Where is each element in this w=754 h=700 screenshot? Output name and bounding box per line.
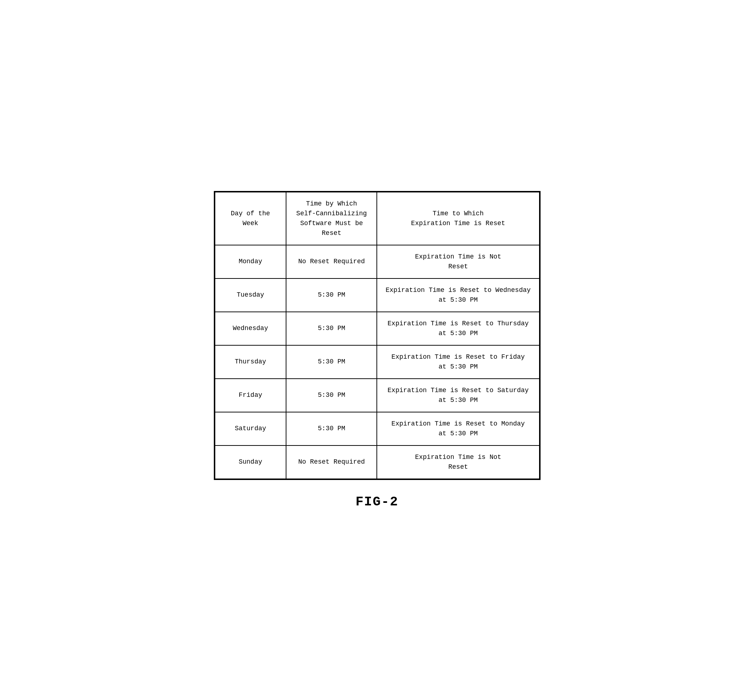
table-row: Thursday5:30 PMExpiration Time is Reset …	[215, 345, 539, 379]
cell-reset-time: No Reset Required	[286, 445, 377, 479]
cell-day: Tuesday	[215, 278, 286, 312]
table-row: Wednesday5:30 PMExpiration Time is Reset…	[215, 312, 539, 345]
cell-day: Thursday	[215, 345, 286, 379]
cell-expiration: Expiration Time is Reset to Thursday at …	[377, 312, 539, 345]
schedule-table: Day of the Week Time by Which Self-Canni…	[215, 192, 540, 479]
page-container: Day of the Week Time by Which Self-Canni…	[214, 191, 540, 509]
table-row: SundayNo Reset RequiredExpiration Time i…	[215, 445, 539, 479]
cell-expiration: Expiration Time is Reset to Friday at 5:…	[377, 345, 539, 379]
header-day: Day of the Week	[215, 192, 286, 245]
cell-reset-time: 5:30 PM	[286, 412, 377, 445]
cell-day: Monday	[215, 245, 286, 278]
cell-day: Sunday	[215, 445, 286, 479]
cell-reset-time: 5:30 PM	[286, 379, 377, 412]
cell-reset-time: 5:30 PM	[286, 312, 377, 345]
table-row: MondayNo Reset RequiredExpiration Time i…	[215, 245, 539, 278]
cell-expiration: Expiration Time is Not Reset	[377, 245, 539, 278]
table-header-row: Day of the Week Time by Which Self-Canni…	[215, 192, 539, 245]
header-reset-time: Time by Which Self-Cannibalizing Softwar…	[286, 192, 377, 245]
header-expiration: Time to Which Expiration Time is Reset	[377, 192, 539, 245]
cell-expiration: Expiration Time is Not Reset	[377, 445, 539, 479]
cell-expiration: Expiration Time is Reset to Saturday at …	[377, 379, 539, 412]
figure-label: FIG-2	[355, 494, 398, 509]
cell-day: Saturday	[215, 412, 286, 445]
table-body: MondayNo Reset RequiredExpiration Time i…	[215, 245, 539, 479]
cell-day: Wednesday	[215, 312, 286, 345]
table-row: Saturday5:30 PMExpiration Time is Reset …	[215, 412, 539, 445]
cell-day: Friday	[215, 379, 286, 412]
cell-expiration: Expiration Time is Reset to Monday at 5:…	[377, 412, 539, 445]
table-row: Tuesday5:30 PMExpiration Time is Reset t…	[215, 278, 539, 312]
table-row: Friday5:30 PMExpiration Time is Reset to…	[215, 379, 539, 412]
cell-expiration: Expiration Time is Reset to Wednesday at…	[377, 278, 539, 312]
cell-reset-time: No Reset Required	[286, 245, 377, 278]
cell-reset-time: 5:30 PM	[286, 345, 377, 379]
table-wrapper: Day of the Week Time by Which Self-Canni…	[214, 191, 540, 480]
cell-reset-time: 5:30 PM	[286, 278, 377, 312]
